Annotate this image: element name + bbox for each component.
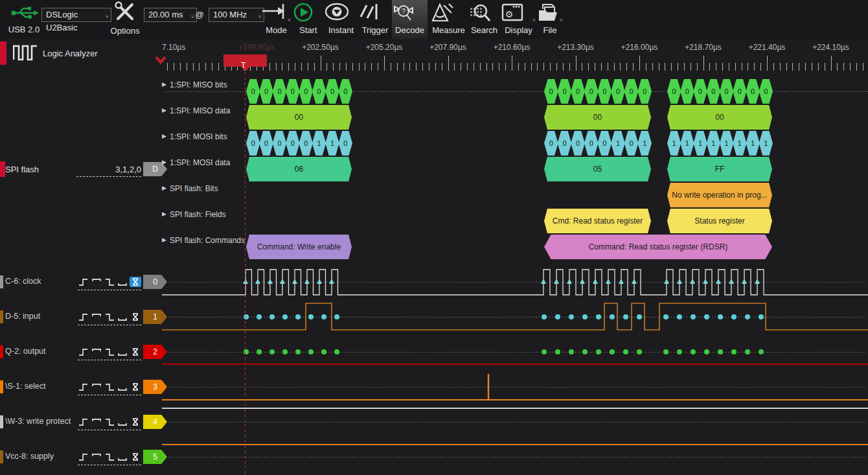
- toolbar-button-display[interactable]: ⚙Display˅: [501, 0, 536, 39]
- channel-badge-2[interactable]: 2: [143, 345, 167, 359]
- toolbar-button-decode[interactable]: ?Decode: [392, 0, 428, 39]
- ruler-major-tick: [576, 56, 577, 71]
- either-edge-trigger-icon[interactable]: [130, 347, 141, 357]
- low-level-trigger-icon[interactable]: [117, 417, 128, 427]
- ruler-minor-tick: [499, 63, 499, 71]
- toolbar-button-search[interactable]: Search: [468, 0, 501, 39]
- channel-color-strip: [0, 380, 3, 393]
- either-edge-trigger-icon[interactable]: [130, 382, 141, 392]
- ruler-major-tick: [512, 56, 512, 71]
- channel-badge-5[interactable]: 5: [143, 450, 167, 464]
- rising-edge-trigger-icon[interactable]: [78, 347, 89, 357]
- ruler-minor-tick: [365, 63, 365, 71]
- either-edge-trigger-icon[interactable]: [130, 312, 141, 322]
- mosi-bit-annotation: 0: [544, 131, 558, 156]
- falling-edge-trigger-icon[interactable]: [104, 277, 115, 287]
- falling-edge-trigger-icon[interactable]: [104, 452, 115, 462]
- svg-text:⚙: ⚙: [505, 9, 514, 19]
- either-edge-trigger-icon[interactable]: [130, 277, 141, 287]
- mosi-data-annotation: 05: [544, 157, 651, 181]
- ruler-minor-tick: [684, 63, 685, 71]
- ruler-minor-tick: [825, 63, 825, 71]
- rising-edge-trigger-icon[interactable]: [78, 417, 89, 427]
- low-level-trigger-icon[interactable]: [117, 347, 128, 357]
- falling-edge-trigger-icon[interactable]: [104, 312, 115, 322]
- duration-select[interactable]: 20.00 ms˅: [144, 8, 197, 22]
- ruler-collapse-icon[interactable]: [155, 56, 166, 64]
- mosi-bit-annotation: 1: [707, 131, 720, 156]
- rising-edge-trigger-icon[interactable]: [78, 312, 89, 322]
- channel-badge-4[interactable]: 4: [143, 415, 167, 429]
- ruler-minor-tick: [716, 63, 716, 71]
- toolbar-button-measure[interactable]: Measure: [429, 0, 468, 39]
- toolbar-button-file[interactable]: File˅: [536, 0, 564, 39]
- either-edge-trigger-icon[interactable]: [130, 452, 141, 462]
- decode-row-expand-icon[interactable]: ▶: [162, 211, 166, 217]
- rising-edge-trigger-icon[interactable]: [78, 452, 89, 462]
- rising-edge-trigger-icon[interactable]: [78, 277, 89, 287]
- rising-edge-trigger-icon[interactable]: [78, 382, 89, 392]
- decode-row-expand-icon[interactable]: ▶: [162, 237, 166, 243]
- ruler-minor-tick: [442, 63, 442, 71]
- mosi-bit-annotation: 0: [246, 131, 260, 156]
- ruler-minor-tick: [474, 63, 474, 71]
- trigger-icon: [358, 3, 392, 22]
- toolbar-button-instant[interactable]: Instant: [324, 0, 358, 39]
- channel-badge-1[interactable]: 1: [143, 310, 167, 324]
- channel-color-strip: [0, 415, 3, 428]
- high-level-trigger-icon[interactable]: [91, 417, 102, 427]
- miso-bit-annotation: 0: [286, 79, 299, 104]
- either-edge-trigger-icon[interactable]: [130, 417, 141, 427]
- high-level-trigger-icon[interactable]: [91, 312, 102, 322]
- decode-row-expand-icon[interactable]: ▶: [162, 159, 166, 165]
- toolbar-button-trigger[interactable]: Trigger: [358, 0, 392, 39]
- device-select[interactable]: DSLogic U2Basic˅: [41, 8, 111, 22]
- high-level-trigger-icon[interactable]: [91, 277, 102, 287]
- toolbar-button-mode[interactable]: Mode˅: [261, 0, 291, 39]
- high-level-trigger-icon[interactable]: [91, 347, 102, 357]
- channel-badge-3[interactable]: 3: [143, 380, 167, 394]
- high-level-trigger-icon[interactable]: [91, 382, 102, 392]
- channel-trigger-icons: [78, 382, 141, 392]
- channel-badge-0[interactable]: 0: [143, 275, 167, 289]
- mosi-bit-annotation: 1: [759, 131, 773, 156]
- channel-center-guide: [163, 457, 868, 458]
- ruler-minor-tick: [480, 63, 481, 71]
- low-level-trigger-icon[interactable]: [117, 382, 128, 392]
- toolbar-button-start[interactable]: Start: [293, 0, 324, 39]
- ruler-minor-tick: [467, 63, 468, 71]
- falling-edge-trigger-icon[interactable]: [104, 382, 115, 392]
- usb-status-label: USB 2.0: [5, 25, 43, 34]
- falling-edge-trigger-icon[interactable]: [104, 417, 115, 427]
- ruler-minor-tick: [486, 63, 487, 71]
- decode-row-expand-icon[interactable]: ▶: [162, 107, 166, 113]
- options-icon[interactable]: [114, 1, 136, 22]
- channel-center-guide: [163, 282, 868, 283]
- mosi-bit-annotation: 1: [720, 131, 733, 156]
- low-level-trigger-icon[interactable]: [117, 452, 128, 462]
- mosi-bit-annotation: 0: [299, 131, 313, 156]
- low-level-trigger-icon[interactable]: [117, 277, 128, 287]
- low-level-trigger-icon[interactable]: [117, 312, 128, 322]
- miso-data-annotation: 00: [667, 105, 772, 130]
- ruler-time-label: +221.40µs: [738, 43, 796, 52]
- ruler-minor-tick: [818, 63, 819, 71]
- decode-row-expand-icon[interactable]: ▶: [162, 81, 166, 87]
- ruler-minor-tick: [595, 63, 595, 71]
- trigger-icons-underline: [78, 324, 141, 325]
- channel-color-strip: [0, 310, 3, 323]
- mosi-bit-annotation: 0: [624, 131, 639, 156]
- ruler-minor-tick: [608, 63, 608, 71]
- ruler-minor-tick: [563, 63, 564, 71]
- rising-edge-marker: [690, 279, 695, 284]
- logic-analyzer-icon: [13, 44, 38, 61]
- rising-edge-marker: [716, 279, 721, 284]
- ruler-minor-tick: [697, 63, 698, 71]
- samplerate-select[interactable]: 100 MHz˅: [209, 8, 264, 22]
- decode-row-expand-icon[interactable]: ▶: [162, 185, 166, 191]
- ruler-minor-tick: [709, 63, 710, 71]
- decode-row-expand-icon[interactable]: ▶: [162, 133, 166, 139]
- decode-row-label: 1:SPI: MOSI bits: [170, 132, 227, 141]
- high-level-trigger-icon[interactable]: [91, 452, 102, 462]
- falling-edge-trigger-icon[interactable]: [104, 347, 115, 357]
